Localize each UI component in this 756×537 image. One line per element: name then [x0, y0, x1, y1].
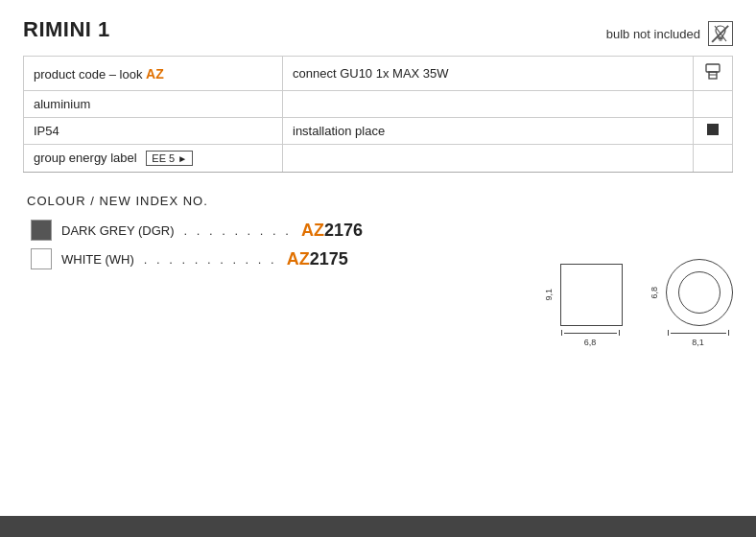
circle-height-label: 6,8	[650, 287, 659, 299]
box-diagram: 9,1 6,8	[544, 264, 623, 347]
gu10-icon-cell	[694, 57, 733, 91]
aluminium-label: aluminium	[24, 91, 283, 118]
table-row-product-code: product code – look AZ connect GU10 1x M…	[24, 57, 733, 91]
colour-swatch-dark-grey	[31, 220, 52, 241]
colour-section-title: COLOUR / NEW INDEX NO.	[27, 194, 729, 208]
installation-square-icon	[707, 124, 719, 135]
table-row-ip54: IP54 installation place	[24, 118, 733, 145]
product-title: RIMINI 1	[23, 17, 110, 42]
list-item: DARK GREY (DGR) . . . . . . . . . AZ2176	[31, 220, 729, 241]
energy-label-text: group energy label	[34, 151, 137, 165]
box-shape	[560, 264, 623, 326]
circle-diagram: 6,8 8,1	[650, 259, 733, 347]
box-height-label: 9,1	[544, 289, 554, 301]
bulb-not-included-text: bulb not included	[606, 27, 700, 41]
colour-name-white: WHITE (WH)	[61, 252, 134, 267]
colour-dots-dark-grey: . . . . . . . . .	[184, 223, 292, 238]
svg-rect-4	[706, 64, 720, 72]
ip54-label: IP54	[24, 118, 283, 145]
circle-outer-shape	[666, 259, 733, 326]
circle-diagram-with-labels: 6,8	[650, 259, 733, 326]
aluminium-icon-cell	[694, 91, 733, 118]
energy-badge: EE 5 ►	[146, 151, 193, 166]
table-row-energy: group energy label EE 5 ►	[24, 145, 733, 173]
colour-swatch-white	[31, 248, 52, 269]
product-code-label: product code – look	[34, 67, 142, 82]
box-width-label: 6,8	[584, 338, 597, 347]
energy-label-cell: group energy label EE 5 ►	[24, 145, 283, 173]
colour-code-dark-grey: AZ2176	[301, 221, 363, 241]
installation-icon-cell	[694, 118, 733, 145]
colour-az-dark-grey: AZ	[301, 221, 324, 240]
colour-code-white: AZ2175	[287, 249, 348, 269]
colour-dots-white: . . . . . . . . . . .	[144, 252, 277, 267]
diagrams-section: 9,1 6,8 6,8 8,1	[544, 259, 733, 347]
energy-badge-arrow: ►	[177, 153, 187, 164]
bottom-bar	[0, 516, 756, 537]
circle-width-label: 8,1	[692, 338, 704, 347]
colour-num-white: 2175	[310, 249, 348, 268]
colour-name-dark-grey: DARK GREY (DGR)	[61, 223, 175, 238]
table-row-aluminium: aluminium	[24, 91, 733, 118]
product-code-az: AZ	[146, 66, 164, 82]
aluminium-right	[283, 91, 694, 118]
specs-table: product code – look AZ connect GU10 1x M…	[23, 56, 733, 173]
colour-num-dark-grey: 2176	[324, 221, 363, 240]
colour-az-white: AZ	[287, 249, 310, 268]
circle-inner-shape	[678, 271, 721, 314]
no-bulb-icon	[708, 21, 733, 46]
energy-right	[283, 145, 694, 173]
energy-icon-cell	[694, 145, 733, 173]
bulb-not-included-info: bulb not included	[606, 21, 733, 46]
installation-place: installation place	[283, 118, 694, 145]
connect-info: connect GU10 1x MAX 35W	[283, 57, 694, 91]
box-diagram-with-labels: 9,1	[544, 264, 623, 326]
energy-badge-value: EE 5	[152, 152, 175, 164]
